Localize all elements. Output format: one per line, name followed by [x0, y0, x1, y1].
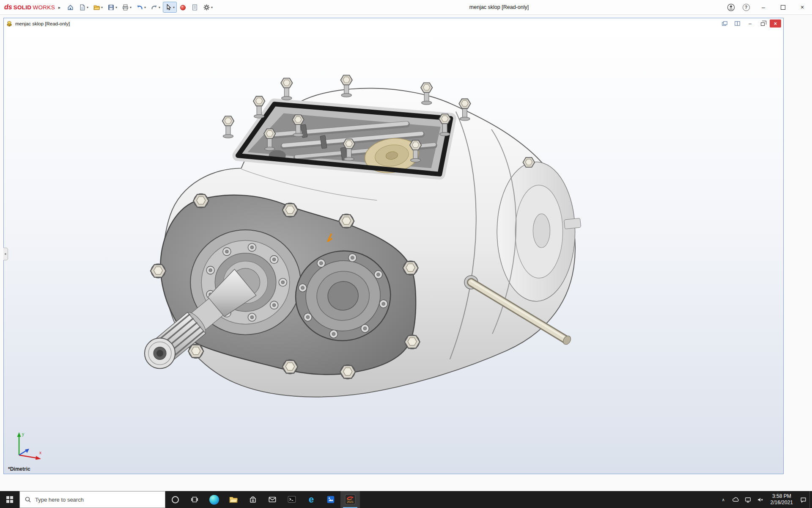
dropdown-chevron-icon[interactable]: ▾	[211, 6, 213, 9]
search-placeholder: Type here to search	[35, 497, 84, 503]
dropdown-chevron-icon[interactable]: ▾	[115, 6, 117, 9]
graphics-area[interactable]: y x *Dimetric	[4, 29, 783, 474]
volume-tray-button[interactable]	[754, 491, 766, 508]
gear-icon	[203, 4, 210, 11]
taskbar-app-terminal[interactable]	[282, 491, 302, 508]
print-icon	[122, 4, 129, 11]
taskbar-app-mail[interactable]	[263, 491, 282, 508]
edge-legacy-icon: e	[309, 495, 314, 504]
redo-icon	[151, 4, 158, 11]
hex-bolt[interactable]	[151, 264, 166, 278]
solidworks-application: ds SOLIDWORKS ▸ ▾ ▾ ▾ ▾	[0, 0, 812, 508]
onedrive-tray-button[interactable]	[730, 491, 742, 508]
help-icon: ?	[743, 4, 750, 11]
minimize-button[interactable]: –	[754, 0, 773, 14]
hex-bolt[interactable]	[283, 203, 298, 217]
stud-bolt[interactable]	[222, 116, 234, 138]
x-axis-arrow	[36, 456, 41, 460]
hex-bolt[interactable]	[403, 261, 418, 275]
taskbar-app-edge[interactable]	[204, 491, 224, 508]
restore-icon	[761, 22, 765, 26]
cloud-icon	[732, 496, 739, 503]
hex-bolt[interactable]	[340, 364, 355, 379]
home-icon	[67, 4, 74, 11]
open-folder-icon	[93, 4, 100, 11]
hex-bolt[interactable]	[339, 214, 354, 228]
redo-button[interactable]: ▾	[148, 2, 162, 13]
gearbox-3d-model[interactable]	[4, 29, 783, 474]
hex-bolt[interactable]	[283, 360, 298, 374]
featuremanager-flyout-handle[interactable]	[3, 248, 8, 260]
hidden-icons-button[interactable]: ∧	[717, 491, 730, 508]
file-properties-icon	[191, 4, 198, 11]
new-document-button[interactable]: ▾	[77, 2, 91, 13]
taskbar-app-edge-legacy[interactable]: e	[302, 491, 321, 508]
triad-x-label: x	[39, 450, 41, 455]
hex-bolt[interactable]	[193, 193, 208, 208]
search-icon	[25, 496, 31, 503]
show-desktop-button[interactable]	[809, 491, 812, 508]
mail-icon	[268, 495, 277, 504]
start-button[interactable]	[0, 491, 19, 508]
new-document-icon	[79, 4, 86, 11]
account-button[interactable]	[723, 0, 738, 14]
network-tray-button[interactable]	[742, 491, 754, 508]
taskbar-app-store[interactable]	[243, 491, 263, 508]
close-button[interactable]: ×	[793, 0, 812, 14]
edge-icon	[209, 495, 219, 505]
taskbar-app-solidworks[interactable]: 2021	[340, 491, 360, 508]
hex-bolt[interactable]	[405, 335, 420, 349]
account-icon	[727, 3, 735, 11]
taskbar-app-file-explorer[interactable]	[224, 491, 243, 508]
taskbar-clock[interactable]: 3:58 PM 2/16/2021	[766, 491, 797, 508]
dropdown-chevron-icon[interactable]: ▾	[144, 6, 146, 9]
solidworks-taskbar-icon: 2021	[345, 494, 356, 505]
windows-logo-icon	[6, 496, 13, 503]
home-button[interactable]	[65, 2, 76, 13]
dropdown-chevron-icon[interactable]: ▾	[173, 6, 175, 9]
taskbar-search-box[interactable]: Type here to search	[19, 491, 165, 508]
save-button[interactable]: ▾	[105, 2, 119, 13]
action-center-button[interactable]	[797, 491, 809, 508]
select-tool-button[interactable]: ▾	[163, 2, 177, 13]
side-boss[interactable]	[564, 218, 581, 229]
rebuild-button[interactable]	[177, 2, 189, 13]
save-icon	[107, 4, 115, 11]
clock-time: 3:58 PM	[772, 493, 791, 500]
dropdown-chevron-icon[interactable]: ▾	[101, 6, 103, 9]
document-window-controls: – ×	[719, 19, 781, 28]
quick-access-toolbar: ▾ ▾ ▾ ▾ ▾ ▾ ▾	[65, 2, 215, 13]
tile-windows-button[interactable]	[732, 19, 743, 28]
maximize-button[interactable]	[773, 0, 793, 14]
cortana-icon	[172, 496, 179, 503]
document-title-bar: menjac sklop [Read-only] – ×	[4, 18, 783, 29]
taskbar-app-photos[interactable]	[321, 491, 340, 508]
document-close-button[interactable]: ×	[770, 19, 781, 28]
window-controls: ? – ×	[723, 0, 812, 14]
action-center-icon	[800, 496, 807, 503]
tile-windows-icon	[735, 21, 740, 26]
options-button[interactable]: ▾	[201, 2, 215, 13]
dassault-mark: ds	[4, 3, 12, 11]
triad-y-label: y	[22, 432, 24, 436]
document-minimize-button[interactable]: –	[744, 19, 756, 28]
undo-icon	[136, 4, 143, 11]
stud-bolt[interactable]	[281, 78, 292, 100]
menu-expand-arrow-icon[interactable]: ▸	[58, 5, 60, 10]
file-properties-button[interactable]	[189, 2, 200, 13]
task-view-button[interactable]	[185, 491, 204, 508]
help-button[interactable]: ?	[738, 0, 754, 14]
network-display-icon	[744, 496, 752, 503]
print-button[interactable]: ▾	[120, 2, 134, 13]
open-button[interactable]: ▾	[91, 2, 105, 13]
cortana-button[interactable]	[165, 491, 185, 508]
terminal-icon	[287, 495, 296, 504]
dropdown-chevron-icon[interactable]: ▾	[87, 6, 88, 9]
document-restore-button[interactable]	[757, 19, 768, 28]
hex-plug[interactable]	[523, 157, 535, 167]
dropdown-chevron-icon[interactable]: ▾	[130, 6, 132, 9]
dropdown-chevron-icon[interactable]: ▾	[159, 6, 160, 9]
cascade-windows-button[interactable]	[719, 19, 730, 28]
undo-button[interactable]: ▾	[134, 2, 148, 13]
view-orientation-label: *Dimetric	[8, 466, 30, 472]
